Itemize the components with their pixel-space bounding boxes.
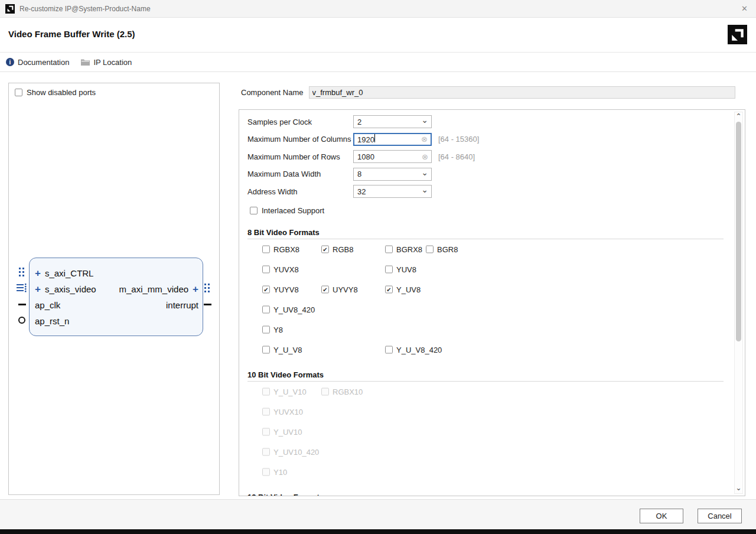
clear-icon: ⊗	[422, 153, 428, 161]
port-row: +s_axi_CTRL	[30, 265, 203, 281]
checkbox-label: RGB8	[333, 245, 353, 254]
form-row-maximum-data-width: Maximum Data Width8⌄	[247, 168, 432, 181]
port-row: ap_clkinterrupt	[30, 297, 203, 312]
component-name-label: Component Name	[241, 88, 304, 97]
checkbox	[321, 388, 329, 396]
scrollbar[interactable]: ⌃ ⌄	[734, 112, 743, 494]
format-row: YUVX10	[247, 402, 724, 422]
checkbox-y-uv8[interactable]: ✔Y_UV8	[385, 285, 421, 294]
clear-icon: ⊗	[421, 135, 428, 143]
checkbox-label: Interlaced Support	[262, 206, 324, 215]
chevron-down-icon: ⌄	[421, 168, 428, 177]
close-icon[interactable]: ✕	[741, 4, 748, 13]
port-rows: +s_axi_CTRL+s_axis_videom_axi_mm_video+a…	[30, 265, 203, 328]
checkbox-y-u-v8-420[interactable]: Y_U_V8_420	[385, 346, 442, 354]
checkbox-label: Y_UV8_420	[273, 305, 315, 314]
cancel-button[interactable]: Cancel	[698, 509, 742, 523]
maximum-number-of-rows-input[interactable]: 1080⊗	[353, 150, 432, 163]
port-row: +s_axis_videom_axi_mm_video+	[30, 281, 203, 297]
documentation-label: Documentation	[18, 58, 69, 67]
selected-value: 8	[357, 170, 421, 178]
checkbox-rgbx8[interactable]: RGBX8	[262, 245, 299, 254]
format-row: Y8	[247, 320, 724, 340]
plus-icon: +	[35, 268, 41, 278]
stream-connector-icon	[17, 283, 27, 295]
title-bar: Re-customize IP@System-Product-Name ✕	[0, 0, 756, 18]
checkbox-y-uv10: Y_UV10	[262, 428, 302, 437]
ok-button[interactable]: OK	[640, 509, 683, 523]
section-title-10-bit-video-formats: 10 Bit Video Formats	[247, 370, 324, 379]
amd-logo	[728, 25, 747, 44]
checkbox	[385, 246, 393, 253]
checkbox-label: Y10	[273, 468, 287, 477]
selected-value: 2	[357, 118, 421, 126]
checkbox-rgbx10: RGBX10	[321, 388, 363, 396]
checkbox	[262, 306, 270, 314]
format-row: Y10	[247, 462, 724, 482]
wire-connector-icon	[18, 304, 26, 305]
ip-location-link[interactable]: IP Location	[81, 58, 132, 67]
maximum-number-of-columns-input[interactable]: 1920⊗	[353, 133, 432, 146]
format-row: Y_U_V10RGBX10	[247, 382, 724, 402]
port-label-left: ap_clk	[35, 299, 60, 310]
checkbox	[262, 428, 270, 436]
bottom-strip	[0, 529, 756, 534]
checkbox-label: YUVX8	[273, 265, 299, 274]
checkbox	[385, 266, 393, 273]
checkbox-yuv8[interactable]: YUV8	[385, 265, 416, 274]
documentation-link[interactable]: i Documentation	[6, 58, 69, 67]
checkbox-y-u-v8[interactable]: Y_U_V8	[262, 346, 302, 354]
scroll-down-icon[interactable]: ⌄	[735, 485, 742, 492]
checkbox: ✔	[262, 286, 270, 294]
field-label: Maximum Number of Rows	[247, 152, 353, 161]
checkbox	[262, 468, 270, 476]
input-value: 1080	[357, 152, 419, 161]
checkbox-bgrx8[interactable]: BGRX8	[385, 245, 422, 254]
input-text-wrap: 1920	[357, 134, 419, 144]
checkbox-y8[interactable]: Y8	[262, 325, 283, 334]
checkbox	[262, 408, 270, 416]
dialog-footer: OK Cancel	[0, 499, 756, 530]
checkbox	[15, 89, 22, 96]
plus-icon: +	[193, 284, 198, 294]
address-width-select[interactable]: 32⌄	[353, 185, 432, 198]
checkbox	[262, 246, 270, 253]
checkbox-y-uv8-420[interactable]: Y_UV8_420	[262, 305, 315, 314]
form-row-maximum-number-of-rows: Maximum Number of Rows1080⊗[64 - 8640]	[247, 150, 475, 163]
toolbar: i Documentation IP Location	[0, 53, 756, 72]
format-row: Y_UV10	[247, 422, 724, 442]
maximum-data-width-select[interactable]: 8⌄	[353, 168, 432, 181]
checkbox-bgr8[interactable]: BGR8	[426, 245, 458, 254]
port-label-left: ap_rst_n	[35, 315, 69, 325]
port-label-left: +s_axi_CTRL	[35, 268, 93, 278]
checkbox-label: RGBX10	[333, 388, 363, 396]
component-name-input[interactable]	[309, 86, 735, 99]
text-caret	[374, 134, 375, 142]
checkbox-label: Show disabled ports	[27, 88, 96, 97]
checkbox	[385, 346, 393, 354]
checkbox-label: Y8	[273, 325, 283, 334]
checkbox-label: Y_U_V8	[273, 346, 302, 354]
recustomize-ip-dialog: { "window": { "title": "Re-customize IP@…	[0, 0, 756, 534]
checkbox-uyvy8[interactable]: ✔UYVY8	[321, 285, 358, 294]
interlaced-support-checkbox[interactable]: Interlaced Support	[250, 206, 324, 215]
range-hint: [64 - 15360]	[438, 135, 479, 144]
checkbox-label: UYVY8	[333, 285, 358, 294]
chevron-down-icon: ⌄	[421, 116, 428, 124]
port-label-right: interrupt	[166, 299, 198, 310]
page-title: Video Frame Buffer Write (2.5)	[8, 29, 135, 39]
checkbox-label: Y_UV10	[273, 428, 302, 437]
show-disabled-ports-checkbox[interactable]: Show disabled ports	[15, 88, 96, 97]
samples-per-clock-select[interactable]: 2⌄	[353, 115, 432, 128]
scroll-up-icon[interactable]: ⌃	[735, 113, 742, 121]
scrollbar-thumb[interactable]	[736, 122, 741, 341]
checkbox: ✔	[321, 246, 329, 253]
format-row: YUVX8YUV8	[247, 259, 724, 279]
checkbox-rgb8[interactable]: ✔RGB8	[321, 245, 353, 254]
ip-location-label: IP Location	[93, 58, 132, 67]
window-title: Re-customize IP@System-Product-Name	[19, 5, 151, 13]
checkbox-yuyv8[interactable]: ✔YUYV8	[262, 285, 299, 294]
checkbox-yuvx8[interactable]: YUVX8	[262, 265, 299, 274]
ip-block[interactable]: +s_axi_CTRL+s_axis_videom_axi_mm_video+a…	[29, 258, 203, 336]
checkbox-label: YUYV8	[273, 285, 299, 294]
